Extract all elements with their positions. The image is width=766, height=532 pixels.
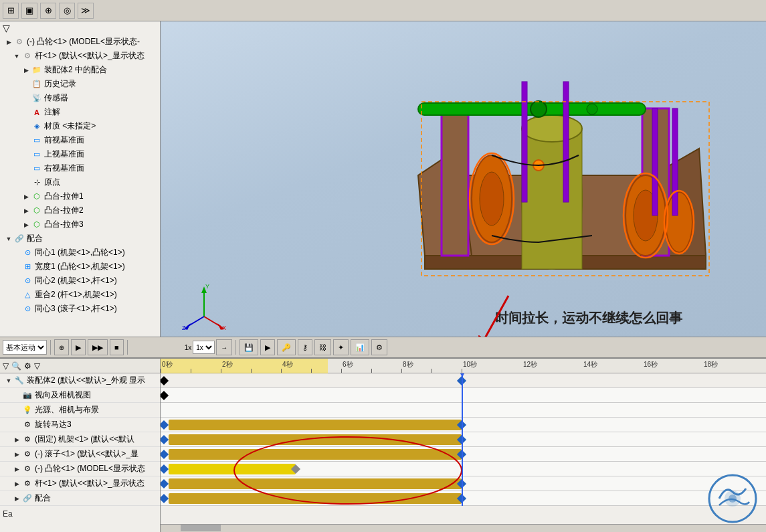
coincident-icon: △ — [22, 290, 33, 300]
play-btn[interactable]: ▶ — [71, 339, 86, 355]
diamond-rod-start — [161, 479, 169, 489]
timeline-ruler: 0秒 2秒 4秒 6秒 8秒 10秒 12秒 14秒 16秒 18秒 — [161, 359, 766, 373]
tree-item-concentric1[interactable]: ▶ ⊙ 同心1 (机架<1>,凸轮<1>) — [0, 246, 160, 260]
tree-item-boss2[interactable]: ▶ ⬡ 凸台-拉伸2 — [0, 203, 160, 217]
tree-arrow: ▶ — [23, 193, 29, 200]
tl-label-mate[interactable]: ▶ 🔗 配合 — [0, 491, 160, 506]
tree-item-history[interactable]: ▶ 📋 历史记录 — [0, 77, 160, 91]
tl-highlight-region — [161, 359, 328, 373]
playback-btn[interactable]: ▶ — [260, 339, 275, 355]
motor-icon: ⚙ — [22, 420, 33, 430]
tree-label: 材质 <未指定> — [44, 120, 96, 132]
tl-text: (-) 滚子<1> (默认<<默认>_显 — [35, 448, 138, 460]
tl-label-cam[interactable]: ▶ ⚙ (-) 凸轮<1> (MODEL<显示状态 — [0, 462, 160, 476]
axis-indicator: Y X Z — [181, 283, 221, 323]
arrow-btn[interactable]: → — [216, 339, 232, 355]
timeline-tracks: 0秒 2秒 4秒 6秒 8秒 10秒 12秒 14秒 16秒 18秒 — [161, 359, 766, 532]
auto-key-btn[interactable]: ⚷ — [298, 339, 312, 355]
plane-icon2: ▭ — [31, 149, 42, 160]
tree-item-concentric3[interactable]: ▶ ⊙ 同心3 (滚子<1>,杆<1>) — [0, 302, 160, 316]
tree-label: 原点 — [44, 177, 60, 188]
tl-label-roller[interactable]: ▶ ⚙ (-) 滚子<1> (默认<<默认>_显 — [0, 447, 160, 462]
toolbar-btn-expand[interactable]: ≫ — [78, 3, 94, 19]
tree-item-right-plane[interactable]: ▶ ▭ 右视基准面 — [0, 161, 160, 175]
filter2-icon-tl[interactable]: ▽ — [34, 361, 40, 371]
mate-icon: 🔗 — [14, 234, 25, 244]
folder-icon: 📁 — [31, 65, 42, 76]
tree-item-sensor[interactable]: ▶ 📡 传感器 — [0, 91, 160, 105]
tree-label: 右视基准面 — [44, 163, 84, 174]
tree-item-boss1[interactable]: ▶ ⬡ 凸台-拉伸1 — [0, 189, 160, 203]
tl-text: 配合 — [35, 493, 51, 504]
tl-label-assembly[interactable]: ▼ 🔧 装配体2 (默认<<默认>_外观 显示 — [0, 373, 160, 388]
motion-mode-select[interactable]: 基本运动 — [3, 340, 47, 355]
toolbar-btn-target[interactable]: ⊕ — [40, 3, 56, 19]
bar-mate — [169, 493, 462, 504]
play-forward-btn[interactable]: ▶▶ — [88, 339, 108, 355]
calculate-btn[interactable]: ⊕ — [54, 339, 69, 355]
ruler-6sec: 6秒 — [343, 360, 353, 369]
tl-label-frame[interactable]: ▶ ⚙ (固定) 机架<1> (默认<<默认 — [0, 432, 160, 447]
tree-item-origin[interactable]: ▶ ⊹ 原点 — [0, 175, 160, 189]
key-btn[interactable]: 🔑 — [277, 339, 296, 355]
plane-icon3: ▭ — [31, 163, 42, 174]
chain-btn[interactable]: ⛓ — [314, 339, 331, 355]
toolbar-btn-box[interactable]: ▣ — [21, 3, 37, 19]
tree-arrow: ▼ — [5, 236, 12, 242]
svg-line-34 — [187, 317, 204, 327]
svg-text:X: X — [222, 325, 226, 330]
settings-icon-tl[interactable]: ⚙ — [24, 361, 31, 371]
save-anim-btn[interactable]: 💾 — [240, 339, 258, 355]
track-assembly — [161, 373, 766, 388]
toolbar-btn-grid[interactable]: ⊞ — [3, 3, 19, 19]
tl-tracks-container — [161, 373, 766, 506]
tree-item-rod[interactable]: ▼ ⚙ 杆<1> (默认<<默认>_显示状态 — [0, 49, 160, 63]
annotation-icon: A — [31, 107, 42, 118]
tick-2 — [221, 369, 221, 373]
tree-item-width1[interactable]: ▶ ⊞ 宽度1 (凸轮<1>,机架<1>) — [0, 260, 160, 274]
tl-filter-row: ▽ 🔍 ⚙ ▽ — [0, 359, 160, 373]
ruler-16sec: 16秒 — [644, 360, 658, 369]
filter-icon[interactable]: ▽ — [3, 23, 10, 33]
tree-item-top-plane[interactable]: ▶ ▭ 上视基准面 — [0, 147, 160, 161]
tree-item-coincident2[interactable]: ▶ △ 重合2 (杆<1>,机架<1>) — [0, 288, 160, 302]
tree-item-cam[interactable]: ▶ ⚙ (-) 凸轮<1> (MODEL<显示状态- — [0, 35, 160, 49]
tl-arrow: ▶ — [13, 480, 20, 487]
tl-label-camera[interactable]: ▶ 📷 视向及相机视图 — [0, 388, 160, 403]
tl-scrollbar-thumb[interactable] — [181, 525, 221, 531]
tl-text: (-) 凸轮<1> (MODEL<显示状态 — [35, 463, 145, 474]
speed-select[interactable]: 1x — [193, 341, 215, 354]
tree-item-concentric2[interactable]: ▶ ⊙ 同心2 (机架<1>,杆<1>) — [0, 274, 160, 288]
ruler-12sec: 12秒 — [523, 360, 537, 369]
results-btn[interactable]: 📊 — [351, 339, 369, 355]
frame-label: 1x — [185, 344, 192, 351]
stop-btn[interactable]: ■ — [110, 339, 124, 355]
light-icon: 💡 — [22, 405, 33, 416]
tree-label: 装配体2 中的配合 — [44, 64, 107, 76]
svg-rect-20 — [672, 108, 678, 215]
tl-arrow: ▼ — [5, 377, 12, 384]
svg-rect-17 — [522, 82, 527, 202]
tick-4 — [281, 369, 282, 373]
toolbar-btn-circle[interactable]: ◎ — [59, 3, 75, 19]
ruler-4sec: 4秒 — [282, 360, 293, 369]
tl-label-lighting[interactable]: ▶ 💡 光源、相机与布景 — [0, 403, 160, 418]
tree-item-mate[interactable]: ▼ 🔗 配合 — [0, 232, 160, 246]
search-icon-tl[interactable]: 🔍 — [11, 361, 21, 371]
annotation-text: 时间拉长，运动不继续怎么回事 — [495, 309, 682, 327]
track-lighting — [161, 403, 766, 418]
tl-scrollbar-h[interactable] — [161, 524, 766, 532]
tl-label-motor[interactable]: ▶ ⚙ 旋转马达3 — [0, 418, 160, 432]
tree-item-front-plane[interactable]: ▶ ▭ 前视基准面 — [0, 133, 160, 147]
tree-item-assembly-mate[interactable]: ▶ 📁 装配体2 中的配合 — [0, 63, 160, 77]
width-icon: ⊞ — [22, 262, 33, 272]
frame-icon: ⚙ — [22, 434, 33, 445]
tree-label: (-) 凸轮<1> (MODEL<显示状态- — [27, 36, 140, 48]
tree-item-boss3[interactable]: ▶ ⬡ 凸台-拉伸3 — [0, 217, 160, 232]
tree-item-annotation[interactable]: ▶ A 注解 — [0, 105, 160, 119]
event-btn[interactable]: ✦ — [333, 339, 349, 355]
tree-item-material[interactable]: ▶ ◈ 材质 <未指定> — [0, 119, 160, 133]
filter-icon-tl[interactable]: ▽ — [3, 361, 9, 371]
tl-label-rod[interactable]: ▶ ⚙ 杆<1> (默认<<默认>_显示状态 — [0, 476, 160, 491]
settings-btn[interactable]: ⚙ — [371, 339, 387, 355]
